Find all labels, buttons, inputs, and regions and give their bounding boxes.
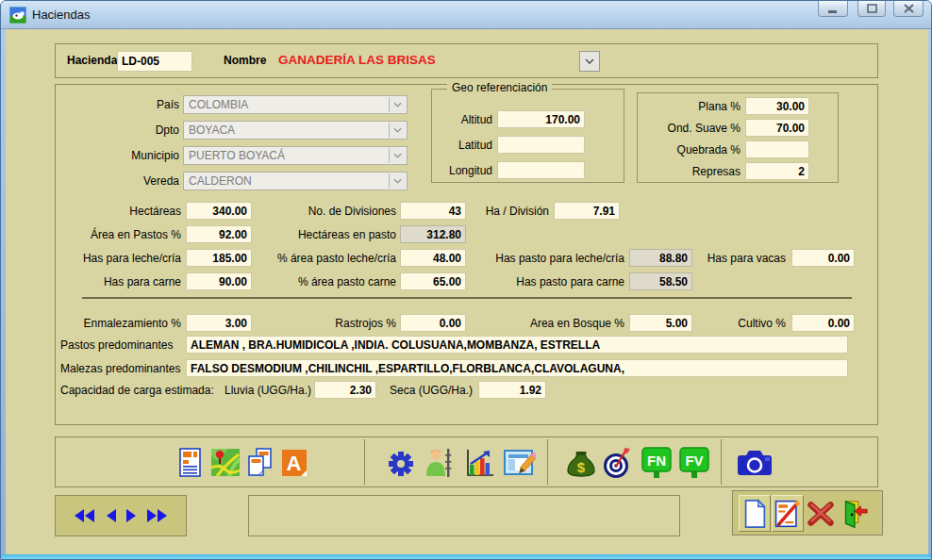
latitud-field[interactable] <box>497 136 585 154</box>
money-bag-icon[interactable]: $ <box>564 446 598 480</box>
pct-leche-label: % área pasto leche/cría <box>244 250 396 268</box>
form-body: Hacienda LD-005 Nombre GANADERÍA LAS BRI… <box>6 29 928 556</box>
municipio-combo[interactable]: PUERTO BOYACÁ <box>183 146 408 165</box>
camera-icon[interactable] <box>734 446 775 480</box>
previous-record-icon[interactable] <box>105 508 117 523</box>
ha-division-field[interactable]: 7.91 <box>554 202 620 220</box>
first-record-icon[interactable] <box>74 508 96 523</box>
rastrojos-label: Rastrojos % <box>244 315 396 333</box>
nombre-label: Nombre <box>224 52 266 70</box>
action-buttons-panel <box>732 490 883 535</box>
has-vacas-label: Has para vacas <box>659 250 786 268</box>
bosque-label: Area en Bosque % <box>433 315 624 333</box>
seca-label: Seca (UGG/Ha.) <box>388 382 473 400</box>
hectareas-pasto-label: Hectáreas en pasto <box>244 226 396 244</box>
has-pasto-carne-field: 58.50 <box>629 272 692 290</box>
plana-field[interactable]: 30.00 <box>745 97 809 115</box>
fv-sign-icon[interactable]: FV <box>677 446 711 480</box>
exit-button[interactable] <box>838 495 870 532</box>
plana-label: Plana % <box>638 98 741 116</box>
copy-icon[interactable] <box>243 446 277 480</box>
new-record-button[interactable] <box>739 495 771 532</box>
main-box: País COLOMBIA Dpto BOYACA Municipio PUER… <box>55 84 878 425</box>
malezas-label: Malezas predominantes <box>60 360 180 378</box>
edit-record-button[interactable] <box>772 495 804 532</box>
last-record-icon[interactable] <box>146 508 169 523</box>
map-icon[interactable] <box>208 446 242 480</box>
pais-value: COLOMBIA <box>189 98 248 111</box>
quebrada-label: Quebrada % <box>638 141 741 159</box>
latitud-label: Latitud <box>432 137 492 155</box>
pastos-label: Pastos predominantes <box>60 337 173 354</box>
hacienda-name: GANADERÍA LAS BRISAS <box>278 51 436 69</box>
has-vacas-field[interactable]: 0.00 <box>791 249 855 267</box>
chevron-down-icon <box>389 123 406 138</box>
has-leche-field[interactable]: 185.00 <box>186 249 252 267</box>
record-navigation <box>55 495 187 536</box>
personnel-icon[interactable] <box>423 446 457 480</box>
divisiones-field[interactable]: 43 <box>400 202 466 220</box>
hacienda-label: Hacienda <box>67 52 117 70</box>
dpto-combo[interactable]: BOYACA <box>183 121 408 140</box>
cultivo-field[interactable]: 0.00 <box>791 314 855 332</box>
svg-text:FV: FV <box>685 453 703 469</box>
cultivo-label: Cultivo % <box>659 315 786 333</box>
next-record-icon[interactable] <box>125 508 138 523</box>
seca-field[interactable]: 1.92 <box>478 381 546 399</box>
maximize-icon <box>867 4 877 13</box>
represas-field[interactable]: 2 <box>745 162 809 180</box>
hacienda-dropdown-button[interactable] <box>579 51 600 72</box>
minimize-button[interactable] <box>818 1 848 17</box>
geo-groupbox: Geo referenciación Altitud 170.00 Latitu… <box>431 89 624 183</box>
hectareas-pasto-field: 312.80 <box>400 225 466 243</box>
settings-gear-icon[interactable] <box>384 446 418 480</box>
form-edit-icon[interactable] <box>502 446 536 480</box>
municipio-label: Municipio <box>56 147 179 165</box>
window: Haciendas Hacienda LD-005 Nombre GANADER… <box>0 0 932 560</box>
target-icon[interactable] <box>601 446 635 480</box>
pais-combo[interactable]: COLOMBIA <box>183 95 408 114</box>
vereda-label: Vereda <box>56 173 179 190</box>
hectareas-field[interactable]: 340.00 <box>186 202 252 220</box>
header-box: Hacienda LD-005 Nombre GANADERÍA LAS BRI… <box>55 43 878 78</box>
area-pastos-field[interactable]: 92.00 <box>186 225 252 243</box>
close-button[interactable] <box>893 1 924 17</box>
has-leche-label: Has para leche/cría <box>56 250 181 268</box>
fn-sign-icon[interactable]: FN <box>640 446 674 480</box>
has-pasto-carne-label: Has pasto para carne <box>433 273 624 291</box>
chevron-down-icon <box>585 58 594 64</box>
municipio-value: PUERTO BOYACÁ <box>189 149 285 162</box>
minimize-icon <box>827 5 839 13</box>
dpto-label: Dpto <box>56 122 179 140</box>
section-divider <box>82 297 852 299</box>
app-icon <box>9 7 26 24</box>
has-carne-field[interactable]: 90.00 <box>186 272 252 290</box>
quebrada-field[interactable] <box>745 140 809 158</box>
longitud-label: Longitud <box>432 162 492 180</box>
delete-record-button[interactable] <box>805 495 837 532</box>
chevron-down-icon <box>389 173 406 189</box>
letter-a-icon[interactable]: A <box>277 446 311 480</box>
ond-suave-label: Ond. Suave % <box>638 120 741 138</box>
vereda-combo[interactable]: CALDERON <box>183 172 408 190</box>
statistics-chart-icon[interactable] <box>462 446 496 480</box>
close-icon <box>904 4 914 13</box>
toolbar-separator <box>364 439 365 485</box>
maximize-button[interactable] <box>857 1 886 17</box>
status-box <box>248 495 680 536</box>
lluvia-label: Lluvia (UGG/Ha.) <box>221 382 311 400</box>
ond-suave-field[interactable]: 70.00 <box>745 119 809 137</box>
toolbar-separator <box>547 439 548 485</box>
altitud-field[interactable]: 170.00 <box>497 110 585 128</box>
delete-x-icon <box>805 498 837 530</box>
longitud-field[interactable] <box>497 161 585 179</box>
hacienda-code-field[interactable]: LD-005 <box>117 51 192 72</box>
geo-legend: Geo referenciación <box>447 81 552 94</box>
area-pastos-label: Área en Pastos % <box>56 226 181 244</box>
toolbar: A <box>55 436 878 487</box>
pastos-field[interactable]: ALEMAN , BRA.HUMIDICOLA ,INDIA. COLUSUAN… <box>186 336 848 354</box>
enmalezamiento-field[interactable]: 3.00 <box>186 314 252 332</box>
report-icon[interactable] <box>173 446 207 480</box>
malezas-field[interactable]: FALSO DESMODIUM ,CHILINCHIL ,ESPARTILLO,… <box>186 359 848 377</box>
lluvia-field[interactable]: 2.30 <box>314 381 376 399</box>
